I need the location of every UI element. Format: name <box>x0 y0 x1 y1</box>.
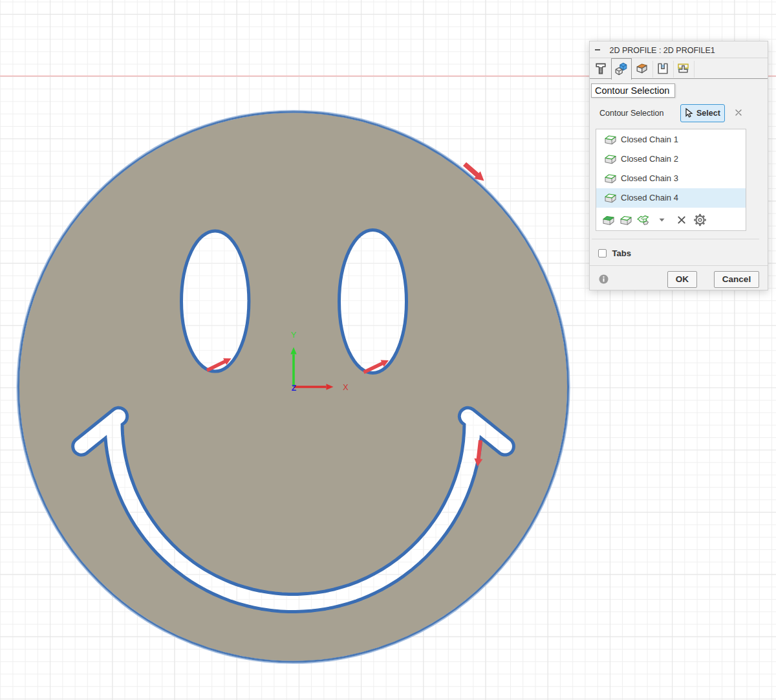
svg-text:Y: Y <box>291 330 297 340</box>
svg-text:X: X <box>343 383 349 392</box>
svg-text:Z: Z <box>292 384 296 393</box>
